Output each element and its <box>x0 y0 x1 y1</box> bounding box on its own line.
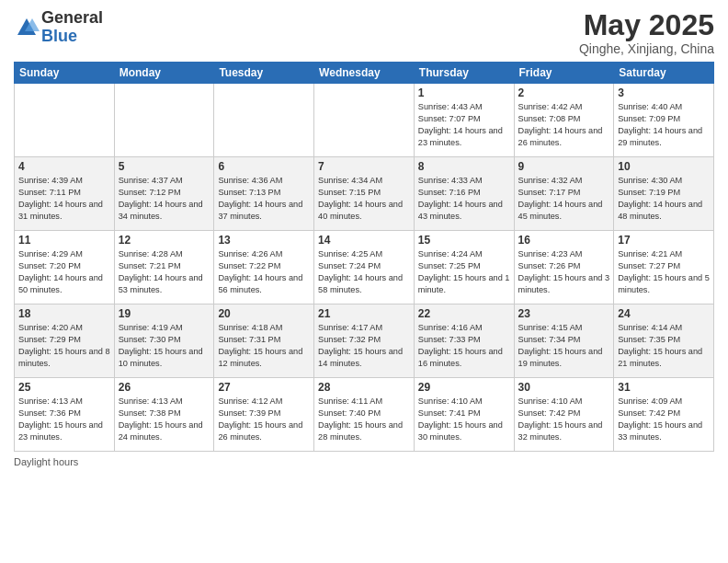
day-number: 29 <box>418 381 510 394</box>
col-tuesday: Tuesday <box>214 63 314 84</box>
calendar-week-row: 1Sunrise: 4:43 AM Sunset: 7:07 PM Daylig… <box>15 84 714 157</box>
day-info: Sunrise: 4:28 AM Sunset: 7:21 PM Dayligh… <box>119 248 210 296</box>
day-number: 6 <box>218 160 310 173</box>
day-info: Sunrise: 4:34 AM Sunset: 7:15 PM Dayligh… <box>318 175 410 223</box>
col-sunday: Sunday <box>15 63 115 84</box>
table-row: 26Sunrise: 4:13 AM Sunset: 7:38 PM Dayli… <box>114 378 214 452</box>
day-info: Sunrise: 4:10 AM Sunset: 7:41 PM Dayligh… <box>418 396 510 443</box>
logo-blue: Blue <box>41 28 103 46</box>
table-row: 1Sunrise: 4:43 AM Sunset: 7:07 PM Daylig… <box>414 84 514 157</box>
day-number: 9 <box>518 160 610 173</box>
daylight-label: Daylight hours <box>14 456 78 467</box>
day-info: Sunrise: 4:19 AM Sunset: 7:30 PM Dayligh… <box>119 322 210 370</box>
page: General Blue May 2025 Qinghe, Xinjiang, … <box>0 0 728 563</box>
table-row: 24Sunrise: 4:14 AM Sunset: 7:35 PM Dayli… <box>614 304 714 378</box>
header: General Blue May 2025 Qinghe, Xinjiang, … <box>14 9 714 56</box>
day-info: Sunrise: 4:32 AM Sunset: 7:17 PM Dayligh… <box>518 175 610 223</box>
calendar-week-row: 4Sunrise: 4:39 AM Sunset: 7:11 PM Daylig… <box>15 157 714 231</box>
day-info: Sunrise: 4:10 AM Sunset: 7:42 PM Dayligh… <box>518 396 610 443</box>
logo: General Blue <box>14 9 103 46</box>
table-row: 22Sunrise: 4:16 AM Sunset: 7:33 PM Dayli… <box>414 304 514 378</box>
day-number: 1 <box>418 86 510 99</box>
logo-text: General Blue <box>41 9 103 46</box>
table-row: 31Sunrise: 4:09 AM Sunset: 7:42 PM Dayli… <box>614 378 714 452</box>
day-info: Sunrise: 4:39 AM Sunset: 7:11 PM Dayligh… <box>18 175 110 223</box>
footer: Daylight hours <box>14 456 714 467</box>
day-info: Sunrise: 4:23 AM Sunset: 7:26 PM Dayligh… <box>518 248 610 296</box>
table-row: 7Sunrise: 4:34 AM Sunset: 7:15 PM Daylig… <box>314 157 415 231</box>
day-number: 25 <box>18 381 110 394</box>
day-number: 27 <box>218 381 310 394</box>
table-row: 8Sunrise: 4:33 AM Sunset: 7:16 PM Daylig… <box>414 157 514 231</box>
day-number: 20 <box>218 307 310 320</box>
table-row: 14Sunrise: 4:25 AM Sunset: 7:24 PM Dayli… <box>314 231 415 304</box>
col-thursday: Thursday <box>414 63 514 84</box>
table-row: 15Sunrise: 4:24 AM Sunset: 7:25 PM Dayli… <box>414 231 514 304</box>
day-info: Sunrise: 4:37 AM Sunset: 7:12 PM Dayligh… <box>119 175 210 223</box>
table-row: 13Sunrise: 4:26 AM Sunset: 7:22 PM Dayli… <box>214 231 314 304</box>
day-number: 30 <box>518 381 610 394</box>
table-row: 23Sunrise: 4:15 AM Sunset: 7:34 PM Dayli… <box>514 304 614 378</box>
day-number: 22 <box>418 307 510 320</box>
location-subtitle: Qinghe, Xinjiang, China <box>579 41 714 56</box>
table-row: 6Sunrise: 4:36 AM Sunset: 7:13 PM Daylig… <box>214 157 314 231</box>
table-row: 9Sunrise: 4:32 AM Sunset: 7:17 PM Daylig… <box>514 157 614 231</box>
day-info: Sunrise: 4:16 AM Sunset: 7:33 PM Dayligh… <box>418 322 510 370</box>
day-info: Sunrise: 4:26 AM Sunset: 7:22 PM Dayligh… <box>218 248 310 296</box>
table-row: 25Sunrise: 4:13 AM Sunset: 7:36 PM Dayli… <box>15 378 115 452</box>
day-number: 26 <box>119 381 210 394</box>
day-number: 28 <box>318 381 410 394</box>
table-row: 12Sunrise: 4:28 AM Sunset: 7:21 PM Dayli… <box>114 231 214 304</box>
day-info: Sunrise: 4:40 AM Sunset: 7:09 PM Dayligh… <box>618 101 710 149</box>
calendar-week-row: 18Sunrise: 4:20 AM Sunset: 7:29 PM Dayli… <box>15 304 714 378</box>
table-row: 21Sunrise: 4:17 AM Sunset: 7:32 PM Dayli… <box>314 304 415 378</box>
day-info: Sunrise: 4:29 AM Sunset: 7:20 PM Dayligh… <box>18 248 110 296</box>
day-number: 10 <box>618 160 710 173</box>
day-number: 3 <box>618 86 710 99</box>
day-number: 16 <box>518 234 610 247</box>
table-row: 19Sunrise: 4:19 AM Sunset: 7:30 PM Dayli… <box>114 304 214 378</box>
day-info: Sunrise: 4:14 AM Sunset: 7:35 PM Dayligh… <box>618 322 710 370</box>
day-info: Sunrise: 4:25 AM Sunset: 7:24 PM Dayligh… <box>318 248 410 296</box>
table-row: 11Sunrise: 4:29 AM Sunset: 7:20 PM Dayli… <box>15 231 115 304</box>
day-info: Sunrise: 4:33 AM Sunset: 7:16 PM Dayligh… <box>418 175 510 223</box>
table-row <box>214 84 314 157</box>
table-row: 20Sunrise: 4:18 AM Sunset: 7:31 PM Dayli… <box>214 304 314 378</box>
day-info: Sunrise: 4:42 AM Sunset: 7:08 PM Dayligh… <box>518 101 610 149</box>
day-number: 4 <box>18 160 110 173</box>
table-row: 28Sunrise: 4:11 AM Sunset: 7:40 PM Dayli… <box>314 378 415 452</box>
logo-general: General <box>41 9 103 28</box>
table-row <box>314 84 415 157</box>
day-number: 7 <box>318 160 410 173</box>
day-info: Sunrise: 4:12 AM Sunset: 7:39 PM Dayligh… <box>218 396 310 443</box>
day-info: Sunrise: 4:43 AM Sunset: 7:07 PM Dayligh… <box>418 101 510 149</box>
day-info: Sunrise: 4:15 AM Sunset: 7:34 PM Dayligh… <box>518 322 610 370</box>
table-row: 17Sunrise: 4:21 AM Sunset: 7:27 PM Dayli… <box>614 231 714 304</box>
calendar-table: Sunday Monday Tuesday Wednesday Thursday… <box>14 62 714 452</box>
calendar-week-row: 11Sunrise: 4:29 AM Sunset: 7:20 PM Dayli… <box>15 231 714 304</box>
day-number: 11 <box>18 234 110 247</box>
calendar-week-row: 25Sunrise: 4:13 AM Sunset: 7:36 PM Dayli… <box>15 378 714 452</box>
day-info: Sunrise: 4:36 AM Sunset: 7:13 PM Dayligh… <box>218 175 310 223</box>
day-info: Sunrise: 4:09 AM Sunset: 7:42 PM Dayligh… <box>618 396 710 443</box>
col-monday: Monday <box>114 63 214 84</box>
table-row: 16Sunrise: 4:23 AM Sunset: 7:26 PM Dayli… <box>514 231 614 304</box>
table-row: 5Sunrise: 4:37 AM Sunset: 7:12 PM Daylig… <box>114 157 214 231</box>
day-number: 17 <box>618 234 710 247</box>
day-number: 13 <box>218 234 310 247</box>
title-block: May 2025 Qinghe, Xinjiang, China <box>579 9 714 56</box>
day-number: 15 <box>418 234 510 247</box>
day-info: Sunrise: 4:20 AM Sunset: 7:29 PM Dayligh… <box>18 322 110 370</box>
day-number: 23 <box>518 307 610 320</box>
table-row: 29Sunrise: 4:10 AM Sunset: 7:41 PM Dayli… <box>414 378 514 452</box>
day-info: Sunrise: 4:11 AM Sunset: 7:40 PM Dayligh… <box>318 396 410 443</box>
day-info: Sunrise: 4:24 AM Sunset: 7:25 PM Dayligh… <box>418 248 510 296</box>
day-number: 21 <box>318 307 410 320</box>
day-number: 8 <box>418 160 510 173</box>
day-number: 31 <box>618 381 710 394</box>
table-row <box>15 84 115 157</box>
day-number: 24 <box>618 307 710 320</box>
logo-icon <box>14 15 40 40</box>
calendar-header-row: Sunday Monday Tuesday Wednesday Thursday… <box>15 63 714 84</box>
col-saturday: Saturday <box>614 63 714 84</box>
